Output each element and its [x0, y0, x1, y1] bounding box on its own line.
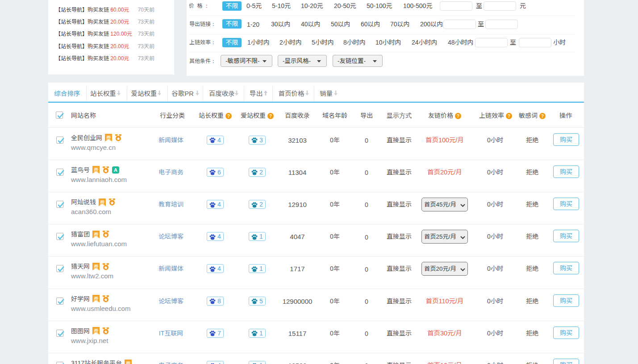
svg-text:费: 费 [93, 166, 98, 173]
svg-text:费: 费 [93, 295, 98, 302]
svg-text:费: 费 [100, 199, 104, 206]
svg-text:费: 费 [93, 327, 98, 334]
svg-text:A: A [114, 167, 117, 173]
svg-text:费: 费 [93, 263, 98, 270]
svg-text:?: ? [541, 113, 544, 119]
svg-text:?: ? [269, 113, 272, 119]
svg-text:费: 费 [106, 134, 111, 141]
svg-text:?: ? [457, 113, 459, 119]
svg-text:?: ? [508, 113, 510, 119]
svg-text:?: ? [227, 113, 230, 119]
svg-text:费: 费 [93, 231, 98, 238]
svg-text:费: 费 [126, 360, 131, 364]
